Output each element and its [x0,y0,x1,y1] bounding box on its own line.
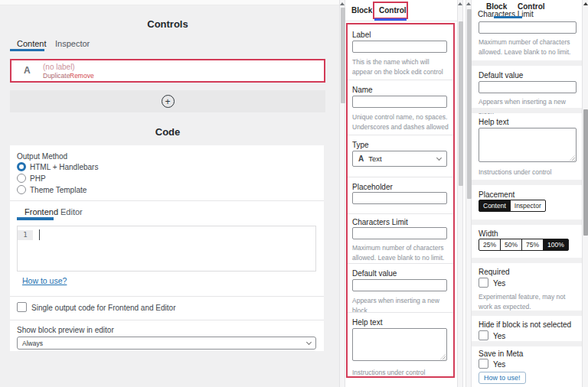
scrollbar-thumb[interactable] [459,21,463,186]
radio-theme-template[interactable] [17,185,26,194]
hide-label: Hide if block is not selected [479,320,571,329]
divider [348,177,453,177]
how-to-use-link[interactable]: How to use? [22,276,67,285]
width-50-button[interactable]: 50% [500,239,522,251]
default-field-label: Default value [479,71,523,80]
single-output-label[interactable]: Single output code for Frontend and Edit… [31,304,175,312]
divider [348,213,453,214]
tab-editor[interactable]: Editor [60,207,83,216]
name-input[interactable] [352,96,447,108]
single-output-checkbox[interactable] [17,302,27,312]
name-field-label: Name [352,86,373,94]
type-select[interactable]: A Text [352,151,447,167]
name-help: Unique control name, no spaces. Undersco… [352,112,449,132]
preview-select[interactable]: Always [17,337,316,350]
hide-checkbox[interactable] [479,330,488,340]
plus-icon: + [165,97,170,106]
placeholder-input[interactable] [352,192,447,204]
tab-inspector[interactable]: Inspector [55,39,90,48]
control-item-label[interactable]: (no label) [43,63,75,71]
width-75-button[interactable]: 75% [521,239,544,251]
middle-panel-scrollbar[interactable] [457,0,463,387]
helptext-field-label: Help text [479,118,508,126]
tab-block[interactable]: Block [351,6,372,15]
scroll-up-arrow-icon[interactable] [466,2,471,5]
remove-link[interactable]: Remove [70,72,94,80]
required-checkbox[interactable] [479,278,488,288]
output-method-label: Output Method [17,152,67,161]
how-to-use-button[interactable]: How to use! [479,372,526,384]
charlimit-input[interactable] [352,227,447,239]
text-cursor [39,229,40,240]
default-help: Appears when inserting a new block [479,97,580,117]
placement-group: Content Inspector [479,200,546,212]
width-label: Width [479,229,498,238]
add-control-area[interactable]: + [10,90,325,112]
section-gap [472,180,582,185]
charlimit-help: Maximum number of characters allowed. Le… [352,243,449,263]
tab-frontend[interactable]: Frontend [24,207,58,216]
scroll-up-arrow-icon[interactable] [458,2,462,5]
radio-php-label[interactable]: PHP [30,174,46,183]
chevron-down-icon [306,339,312,344]
placement-content-button[interactable]: Content [479,200,511,212]
save-in-meta-yes-label[interactable]: Yes [493,360,505,369]
hide-yes-label[interactable]: Yes [493,332,505,340]
section-gap [472,60,582,66]
tab-content-underline [10,49,44,51]
resize-handle-icon[interactable] [440,354,446,359]
label-field-label: Label [352,31,371,39]
text-control-type-icon: A [24,65,31,76]
middle-window-scrollbar[interactable] [466,0,472,387]
helptext-textarea[interactable] [479,128,577,162]
constructor-panel: Controls Content Inspector A (no label) … [0,0,339,387]
tab-control[interactable]: Control [379,6,407,15]
radio-theme-template-label[interactable]: Theme Template [30,186,87,194]
helptext-field-label: Help text [352,318,382,327]
section-gap [472,220,582,225]
scrollbar-thumb[interactable] [583,109,588,236]
preview-label: Show block preview in editor [17,326,114,334]
section-gap [472,258,582,263]
charlimit-help: Maximum number of characters allowed. Le… [479,37,578,57]
save-in-meta-checkbox[interactable] [479,359,488,369]
divider [10,200,324,201]
tab-content[interactable]: Content [17,39,47,48]
divider [345,21,457,21]
width-25-button[interactable]: 25% [479,239,501,251]
helptext-help: Instructions under control [479,167,578,177]
divider [10,320,324,320]
control-item-row[interactable]: A (no label) Duplicate Remove [10,59,325,83]
charlimit-input[interactable] [479,21,577,34]
resize-handle-icon[interactable] [570,155,575,161]
divider [348,135,453,135]
radio-html-handlebars[interactable] [17,162,26,171]
scroll-up-arrow-icon[interactable] [340,2,345,5]
placement-label: Placement [479,190,514,199]
code-editor[interactable]: 1 [17,226,316,272]
default-input[interactable] [352,279,447,291]
type-field-label: Type [352,141,369,149]
radio-html-handlebars-label[interactable]: HTML + Handlebars [30,163,98,171]
placeholder-field-label: Placeholder [352,183,393,191]
default-input[interactable] [479,81,577,93]
divider [348,312,453,313]
add-control-button[interactable]: + [162,95,175,108]
chevron-down-icon [436,154,442,160]
right-scrollbar[interactable] [582,0,588,387]
scroll-up-arrow-icon[interactable] [583,2,588,5]
radio-php[interactable] [17,174,26,183]
required-yes-label[interactable]: Yes [493,279,505,288]
charlimit-field-label: Characters Limit [352,218,408,226]
top-strip [0,0,339,5]
helptext-help: Instructions under control [352,368,449,378]
left-scrollbar[interactable] [339,0,345,387]
duplicate-link[interactable]: Duplicate [43,72,70,80]
code-heading: Code [0,126,335,138]
type-select-value: Text [368,154,381,163]
placement-inspector-button[interactable]: Inspector [510,200,546,212]
preview-select-value: Always [22,340,43,347]
helptext-textarea[interactable] [352,328,447,361]
label-input[interactable] [352,41,447,53]
width-100-button[interactable]: 100% [543,239,569,251]
